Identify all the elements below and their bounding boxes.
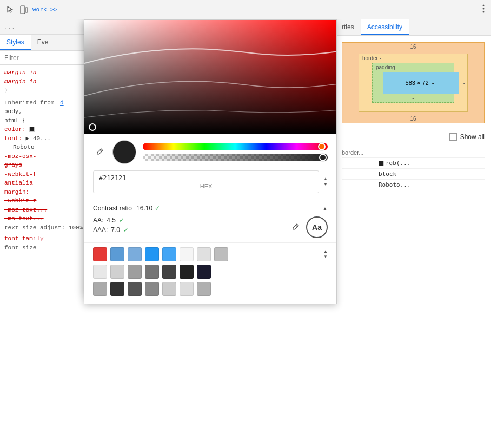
font-size-prop-partial: font-size <box>4 245 36 251</box>
swatch-darker-gray[interactable] <box>162 265 176 279</box>
computed-properties-list: border... rgb(... block Roboto... <box>335 144 491 194</box>
contrast-aa-line: AA: 4.5 ✓ <box>93 216 282 224</box>
webkit-t-prop: -webkit-t <box>4 197 36 204</box>
swatches-row-2 <box>93 265 328 279</box>
right-panel-tabs: rties Accessibility <box>335 19 491 36</box>
swatch-silver[interactable] <box>110 265 124 279</box>
inherited-element-link[interactable]: d <box>60 100 64 106</box>
computed-border-row: border... <box>342 148 485 158</box>
ms-text-prop: -ms-text... <box>4 215 44 222</box>
computed-font-row: Roboto... <box>342 180 485 190</box>
hex-arrows[interactable]: ▲ ▼ <box>323 176 328 187</box>
swatch-light-blue[interactable] <box>110 247 124 261</box>
contrast-check-icon: ✓ <box>155 205 160 212</box>
css-margin-in-2: margin-in <box>4 78 36 85</box>
padding-bottom-value: - <box>412 95 414 101</box>
svg-point-16 <box>483 11 485 13</box>
contrast-title: Contrast ratio <box>93 205 132 212</box>
main-toolbar: work >> <box>0 0 491 19</box>
font-property: font: <box>4 135 26 142</box>
chevron-up-icon: ▲ <box>322 206 328 212</box>
box-content-layer: 583 × 72 - <box>383 72 459 94</box>
swatch-gray-2[interactable] <box>93 282 107 296</box>
cursor-icon[interactable] <box>4 4 15 15</box>
computed-border-prop: border... <box>342 149 374 156</box>
aa-check-icon: ✓ <box>119 216 124 224</box>
margin-bottom-value: 16 <box>410 116 416 122</box>
swatch-light-gray[interactable] <box>197 247 211 261</box>
swatch-muted-gray[interactable] <box>197 282 211 296</box>
tab-rties-label: rties <box>342 23 354 31</box>
svg-point-15 <box>483 8 485 10</box>
main-controls-row <box>93 140 328 164</box>
contrast-eyedropper-button[interactable] <box>289 221 302 234</box>
swatch-very-light[interactable] <box>180 282 194 296</box>
swatch-gray[interactable] <box>214 247 228 261</box>
box-margin-layer: 16 16 border - - padding - 583 × 72 - - <box>342 42 485 123</box>
swatch-red[interactable] <box>93 247 107 261</box>
swatches-row-1: ▲ ▼ <box>93 247 328 261</box>
swatch-gray-3[interactable] <box>145 282 159 296</box>
swatch-light-blue-2[interactable] <box>162 247 176 261</box>
color-swatch-preview[interactable] <box>112 140 136 164</box>
swatch-medium-gray[interactable] <box>128 265 142 279</box>
device-toolbar-icon[interactable] <box>18 4 29 15</box>
aa-value: 4.5 <box>107 216 116 224</box>
swatch-mid-dark[interactable] <box>128 282 142 296</box>
font-value: ▶ 40... <box>26 135 51 142</box>
alpha-slider[interactable] <box>143 154 328 161</box>
color-gradient[interactable] <box>84 20 336 134</box>
svg-line-10 <box>100 150 102 151</box>
swatch-pale-gray[interactable] <box>93 265 107 279</box>
swatch-dark-gray[interactable] <box>145 265 159 279</box>
computed-color-value: rgb(... <box>379 160 410 167</box>
swatch-near-black[interactable] <box>180 265 194 279</box>
tab-styles[interactable]: Styles <box>0 35 31 50</box>
hue-slider[interactable] <box>143 143 328 150</box>
swatch-dark-2[interactable] <box>110 282 124 296</box>
swatches-scroll-arrows[interactable]: ▲ ▼ <box>323 249 328 260</box>
computed-color-row: rgb(... <box>342 158 485 169</box>
eyedropper-button[interactable] <box>93 146 106 159</box>
moz-osx-prop: -moz-osx- <box>4 153 36 160</box>
swatch-very-dark[interactable] <box>197 265 211 279</box>
aaa-value: 7.0 <box>111 226 120 234</box>
tab-accessibility-right[interactable]: Accessibility <box>361 19 409 35</box>
webkit-f-prop: -webkit-f <box>4 171 36 177</box>
box-model-display: 16 16 border - - padding - 583 × 72 - - <box>335 36 491 130</box>
css-margin-in-1: margin-in <box>4 69 36 76</box>
swatch-medium-blue[interactable] <box>128 247 142 261</box>
aaa-label: AAA: <box>93 226 108 234</box>
more-menu-icon[interactable] <box>480 2 487 17</box>
svg-rect-8 <box>84 20 336 134</box>
inherited-from-text: Inherited from <box>4 100 54 106</box>
grayscale-prop: grays <box>4 162 22 168</box>
tab-event-listeners[interactable]: Eve <box>31 35 55 50</box>
tab-event-label: Eve <box>37 38 49 46</box>
show-all-toggle[interactable] <box>449 133 457 141</box>
swatch-blue[interactable] <box>145 247 159 261</box>
swatch-near-white[interactable] <box>180 247 194 261</box>
contrast-aaa-line: AAA: 7.0 ✓ <box>93 226 282 234</box>
aa-preview-button[interactable]: Aa <box>306 216 328 238</box>
font-family-value: ily <box>33 235 44 242</box>
border-right-val: - <box>463 80 465 86</box>
hex-label: HEX <box>99 183 313 189</box>
hex-input[interactable]: #212121 <box>99 174 313 182</box>
border-bottom-val: - <box>362 104 364 110</box>
show-all-text: Show all <box>460 133 485 141</box>
url-display: work >> <box>32 6 477 13</box>
margin-prop: margin: <box>4 189 29 195</box>
box-border-layer: border - - padding - 583 × 72 - - - <box>359 54 468 112</box>
contrast-details: AA: 4.5 ✓ AAA: 7.0 ✓ <box>93 216 328 238</box>
hex-input-row: #212121 HEX ▲ ▼ <box>93 170 328 193</box>
color-picker: #212121 HEX ▲ ▼ Contrast ratio 16.10 <box>84 19 337 304</box>
border-top-label: border - <box>362 55 381 61</box>
tab-rties[interactable]: rties <box>335 19 361 35</box>
swatch-light-gray-2[interactable] <box>162 282 176 296</box>
font-family-partial: font-fam <box>4 235 33 242</box>
box-padding-layer: padding - 583 × 72 - - <box>372 63 454 103</box>
hex-input-container: #212121 HEX <box>93 170 319 193</box>
contrast-header[interactable]: Contrast ratio 16.10 ✓ ▲ <box>93 205 328 212</box>
margin-top-value: 16 <box>410 44 416 50</box>
